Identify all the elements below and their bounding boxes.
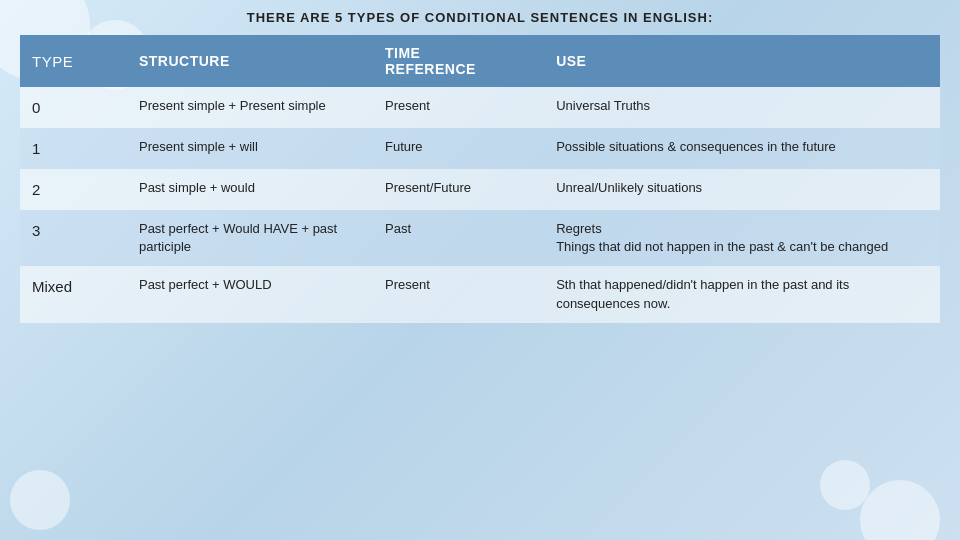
cell-time-reference: Past [373, 210, 544, 266]
cell-type: 2 [20, 169, 127, 210]
cell-time-reference: Present/Future [373, 169, 544, 210]
cell-use: Universal Truths [544, 87, 940, 128]
table-row: 3Past perfect + Would HAVE + past partic… [20, 210, 940, 266]
cell-structure: Past perfect + Would HAVE + past partici… [127, 210, 373, 266]
cell-time-reference: Present [373, 266, 544, 322]
cell-structure: Past perfect + WOULD [127, 266, 373, 322]
table-row: 0Present simple + Present simplePresentU… [20, 87, 940, 128]
header-type: TYPE [20, 35, 127, 87]
header-structure: STRUCTURE [127, 35, 373, 87]
cell-type: 1 [20, 128, 127, 169]
cell-structure: Past simple + would [127, 169, 373, 210]
cell-use: Unreal/Unlikely situations [544, 169, 940, 210]
cell-time-reference: Present [373, 87, 544, 128]
table-row: 2Past simple + wouldPresent/FutureUnreal… [20, 169, 940, 210]
cell-use: Regrets Things that did not happen in th… [544, 210, 940, 266]
cell-structure: Present simple + will [127, 128, 373, 169]
conditional-sentences-table: TYPE STRUCTURE TIME REFERENCE USE 0Prese… [20, 35, 940, 323]
cell-structure: Present simple + Present simple [127, 87, 373, 128]
cell-use: Possible situations & consequences in th… [544, 128, 940, 169]
cell-time-reference: Future [373, 128, 544, 169]
page-title: THERE ARE 5 TYPES OF CONDITIONAL SENTENC… [20, 10, 940, 25]
cell-type: Mixed [20, 266, 127, 322]
header-time-reference: TIME REFERENCE [373, 35, 544, 87]
cell-type: 3 [20, 210, 127, 266]
cell-type: 0 [20, 87, 127, 128]
header-use: USE [544, 35, 940, 87]
table-row: 1Present simple + willFuturePossible sit… [20, 128, 940, 169]
cell-use: Sth that happened/didn't happen in the p… [544, 266, 940, 322]
table-row: MixedPast perfect + WOULDPresentSth that… [20, 266, 940, 322]
